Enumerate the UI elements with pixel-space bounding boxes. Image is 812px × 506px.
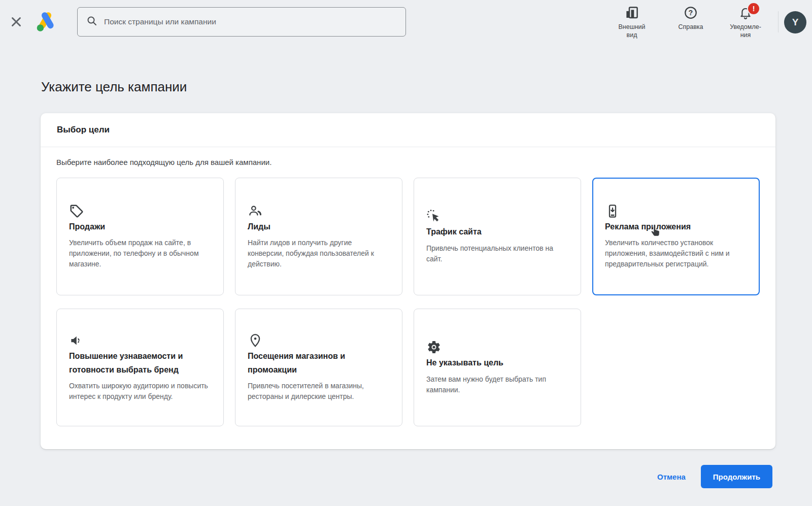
goal-card-leads[interactable]: Лиды Найти лидов и получить другие конве… — [235, 178, 402, 295]
page-title: Укажите цель кампании — [41, 79, 187, 95]
goal-card-title: Трафик сайта — [426, 225, 568, 239]
goal-card-description: Найти лидов и получить другие конверсии,… — [248, 238, 390, 269]
help-icon: ? — [683, 5, 698, 20]
goal-card-title: Посещения магазинов и промоакции — [248, 350, 390, 377]
goal-card-store-visits[interactable]: Посещения магазинов и промоакции Привлеч… — [235, 309, 402, 426]
goal-card-no-goal[interactable]: Не указывать цель Затем вам нужно будет … — [414, 309, 581, 426]
appearance-icon — [624, 5, 639, 20]
svg-text:?: ? — [689, 9, 693, 17]
location-pin-icon — [248, 342, 263, 350]
appearance-button[interactable]: Внешний вид — [611, 5, 653, 39]
notifications-button[interactable]: ! Уведомле- ния — [723, 5, 768, 39]
goal-selection-panel: Выбор цели Выберите наиболее подходящую … — [41, 113, 775, 449]
tag-icon — [69, 213, 84, 220]
campaign-goal-screen: Внешний вид ? Справка ! Уведомле- ния Y … — [0, 0, 812, 506]
notifications-label: Уведомле- ния — [730, 23, 761, 39]
close-icon — [9, 23, 24, 31]
goal-card-description: Охватить широкую аудиторию и повысить ин… — [69, 381, 211, 402]
megaphone-icon — [69, 342, 84, 350]
avatar[interactable]: Y — [784, 11, 806, 33]
goal-card-description: Привлечь потенциальных клиентов на сайт. — [426, 243, 568, 264]
goal-grid: Продажи Увеличить объем продаж на сайте,… — [56, 178, 760, 426]
panel-subtitle: Выберите наиболее подходящую цель для ва… — [56, 158, 760, 166]
goal-card-title: Реклама приложения — [605, 220, 747, 233]
appearance-label: Внешний вид — [618, 23, 645, 39]
goal-card-description: Увеличить количество установок приложени… — [605, 238, 747, 269]
header-divider — [778, 11, 779, 32]
goal-card-title: Лиды — [248, 220, 390, 233]
app-download-icon — [605, 213, 620, 220]
help-button[interactable]: ? Справка — [670, 5, 711, 31]
continue-button[interactable]: Продолжить — [701, 465, 772, 488]
help-label: Справка — [678, 23, 703, 31]
goal-card-title: Не указывать цель — [426, 356, 568, 369]
goal-card-description: Привлечь посетителей в магазины, рестора… — [248, 381, 390, 402]
cancel-button[interactable]: Отмена — [657, 473, 686, 481]
panel-header: Выбор цели — [41, 113, 775, 147]
goal-card-title: Продажи — [69, 220, 211, 233]
goal-card-description: Затем вам нужно будет выбрать тип кампан… — [426, 374, 568, 395]
google-ads-logo-icon — [32, 8, 60, 36]
leads-icon — [248, 213, 263, 220]
close-button[interactable] — [7, 13, 25, 31]
search-input[interactable] — [104, 17, 397, 26]
goal-card-title: Повышение узнаваемости и готовности выбр… — [69, 350, 211, 377]
gear-icon — [426, 349, 442, 356]
footer-actions: Отмена Продолжить — [657, 465, 772, 488]
goal-card-app-promotion[interactable]: Реклама приложения Увеличить количество … — [592, 178, 760, 295]
goal-card-awareness[interactable]: Повышение узнаваемости и готовности выбр… — [56, 309, 224, 426]
search-bar[interactable] — [77, 7, 406, 37]
goal-card-sales[interactable]: Продажи Увеличить объем продаж на сайте,… — [56, 178, 224, 295]
notification-badge: ! — [747, 2, 760, 15]
cursor-sparkle-icon — [426, 218, 442, 225]
goal-card-website-traffic[interactable]: Трафик сайта Привлечь потенциальных клие… — [414, 178, 581, 295]
goal-card-description: Увеличить объем продаж на сайте, в прило… — [69, 238, 211, 269]
search-icon — [86, 15, 98, 29]
avatar-initial: Y — [792, 17, 799, 28]
